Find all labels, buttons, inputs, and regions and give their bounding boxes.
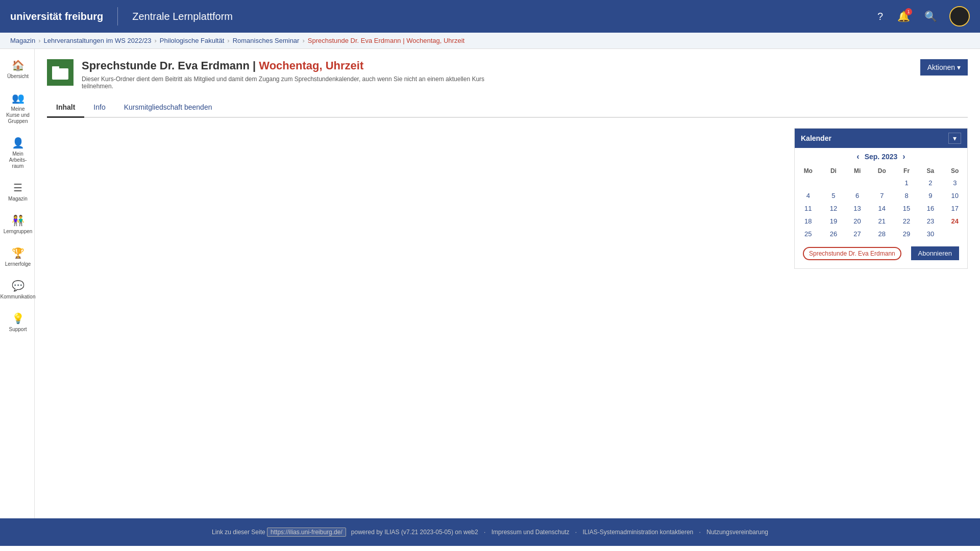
calendar-day[interactable]: 8 (895, 189, 919, 202)
calendar-day-link[interactable]: 19 (830, 217, 837, 225)
calendar-day[interactable]: 27 (845, 228, 869, 240)
next-month-button[interactable]: › (902, 152, 905, 161)
calendar-day-link[interactable]: 17 (951, 205, 959, 212)
sidebar-item-lerngruppen[interactable]: 👫 Lerngruppen (0, 209, 34, 240)
calendar-day-link[interactable]: 12 (830, 205, 837, 212)
sidebar-item-lernerfolge[interactable]: 🏆 Lernerfolge (0, 242, 34, 272)
calendar-day[interactable]: 24 (943, 215, 968, 228)
calendar-day-link[interactable]: 25 (804, 230, 812, 238)
course-title-block: Sprechstunde Dr. Eva Erdmann | Wochentag… (82, 59, 912, 90)
calendar-day-link[interactable]: 10 (951, 192, 959, 199)
calendar-day-link[interactable]: 22 (903, 217, 910, 225)
help-button[interactable]: ? (875, 9, 885, 24)
tab-inhalt[interactable]: Inhalt (47, 98, 84, 118)
calendar-day[interactable]: 14 (869, 202, 895, 215)
calendar-day-link[interactable]: 18 (804, 217, 812, 225)
calendar-day[interactable]: 19 (822, 215, 846, 228)
prev-month-button[interactable]: ‹ (856, 152, 859, 161)
calendar-day-link[interactable]: 2 (928, 179, 932, 187)
search-icon: 🔍 (924, 11, 937, 22)
abonnieren-button[interactable]: Abonnieren (911, 246, 960, 260)
calendar-day[interactable]: 12 (822, 202, 846, 215)
calendar-day-link[interactable]: 23 (927, 217, 934, 225)
calendar-day-link[interactable]: 26 (830, 230, 837, 238)
footer-nutzung[interactable]: Nutzungsvereinbarung (706, 529, 768, 536)
calendar-day[interactable]: 3 (943, 177, 968, 189)
breadcrumb-magazin[interactable]: Magazin (10, 37, 35, 44)
breadcrumb-romanisches[interactable]: Romanisches Seminar (233, 37, 300, 44)
calendar-day[interactable]: 5 (822, 189, 846, 202)
calendar-day[interactable]: 9 (918, 189, 942, 202)
tabs-bar: Inhalt Info Kursmitgliedschaft beenden (47, 98, 968, 118)
calendar-day[interactable]: 7 (869, 189, 895, 202)
footer-admin[interactable]: ILIAS-Systemadministration kontaktieren (582, 529, 693, 536)
calendar-day-link[interactable]: 29 (903, 230, 910, 238)
calendar-day-link[interactable]: 1 (904, 179, 908, 187)
calendar-day-link[interactable]: 9 (928, 192, 932, 199)
calendar-day-link[interactable]: 8 (904, 192, 908, 199)
aktionen-button[interactable]: Aktionen ▾ (920, 59, 968, 76)
weekday-so: So (943, 165, 968, 177)
calendar-day[interactable]: 26 (822, 228, 846, 240)
calendar-day[interactable]: 17 (943, 202, 968, 215)
breadcrumb-philologisch[interactable]: Philologische Fakultät (160, 37, 224, 44)
folder-icon (51, 63, 69, 82)
footer-impressum[interactable]: Impressum und Datenschutz (492, 529, 570, 536)
sidebar-item-kommunikation[interactable]: 💬 Kommunikation (0, 274, 34, 305)
sidebar-item-magazin[interactable]: ☰ Magazin (0, 177, 34, 207)
calendar-day-link[interactable]: 11 (804, 205, 812, 212)
calendar-day[interactable]: 30 (918, 228, 942, 240)
calendar-day[interactable]: 28 (869, 228, 895, 240)
avatar[interactable] (949, 6, 970, 27)
calendar-day[interactable]: 20 (845, 215, 869, 228)
calendar-day[interactable]: 25 (795, 228, 822, 240)
calendar-day[interactable]: 15 (895, 202, 919, 215)
calendar-day-link[interactable]: 14 (878, 205, 886, 212)
top-navigation: universität freiburg Zentrale Lernplattf… (0, 0, 980, 33)
sidebar-item-support[interactable]: 💡 Support (0, 307, 34, 338)
calendar-day-link[interactable]: 30 (927, 230, 934, 238)
course-header: Sprechstunde Dr. Eva Erdmann | Wochentag… (47, 59, 968, 90)
platform-name: Zentrale Lernplattform (132, 11, 233, 22)
breadcrumb-lehrveranstaltungen[interactable]: Lehrveranstaltungen im WS 2022/23 (43, 37, 151, 44)
calendar-day-link[interactable]: 27 (853, 230, 861, 238)
calendar-options-button[interactable]: ▾ (948, 133, 961, 144)
calendar-day (795, 177, 822, 189)
search-button[interactable]: 🔍 (922, 8, 939, 24)
calendar-day[interactable]: 21 (869, 215, 895, 228)
magazine-icon: ☰ (13, 182, 22, 194)
notifications-button[interactable]: 🔔 1 (895, 8, 912, 24)
weekday-do: Do (869, 165, 895, 177)
tab-kursmitgliedschaft[interactable]: Kursmitgliedschaft beenden (115, 98, 222, 118)
calendar-day[interactable]: 6 (845, 189, 869, 202)
calendar-day[interactable]: 1 (895, 177, 919, 189)
calendar-day-link[interactable]: 13 (853, 205, 861, 212)
calendar-day-link[interactable]: 3 (953, 179, 957, 187)
calendar-day[interactable]: 2 (918, 177, 942, 189)
calendar-day[interactable]: 23 (918, 215, 942, 228)
notification-badge: 1 (905, 8, 912, 15)
calendar-day[interactable]: 11 (795, 202, 822, 215)
calendar-day[interactable]: 29 (895, 228, 919, 240)
calendar-day-link[interactable]: 4 (806, 192, 810, 199)
calendar-day-link[interactable]: 15 (903, 205, 910, 212)
calendar-day[interactable]: 22 (895, 215, 919, 228)
sidebar-item-kurse[interactable]: 👥 Meine Kurse und Gruppen (0, 87, 34, 130)
calendar-day[interactable]: 10 (943, 189, 968, 202)
calendar-day[interactable]: 4 (795, 189, 822, 202)
calendar-day-link[interactable]: 28 (878, 230, 886, 238)
calendar-day-link[interactable]: 21 (878, 217, 886, 225)
breadcrumb: Magazin › Lehrveranstaltungen im WS 2022… (0, 33, 980, 49)
calendar-day[interactable]: 18 (795, 215, 822, 228)
calendar-day-link[interactable]: 20 (853, 217, 861, 225)
sidebar-item-ubersicht[interactable]: 🏠 Übersicht (0, 54, 34, 85)
calendar-day[interactable]: 16 (918, 202, 942, 215)
weekday-sa: Sa (918, 165, 942, 177)
calendar-day[interactable]: 13 (845, 202, 869, 215)
calendar-day-link[interactable]: 5 (831, 192, 835, 199)
calendar-day-link[interactable]: 6 (855, 192, 859, 199)
sidebar-item-arbeitsraum[interactable]: 👤 Mein Arbeits-raum (0, 132, 34, 174)
calendar-day-link[interactable]: 16 (927, 205, 934, 212)
calendar-day-link[interactable]: 7 (880, 192, 884, 199)
tab-info[interactable]: Info (84, 98, 114, 118)
